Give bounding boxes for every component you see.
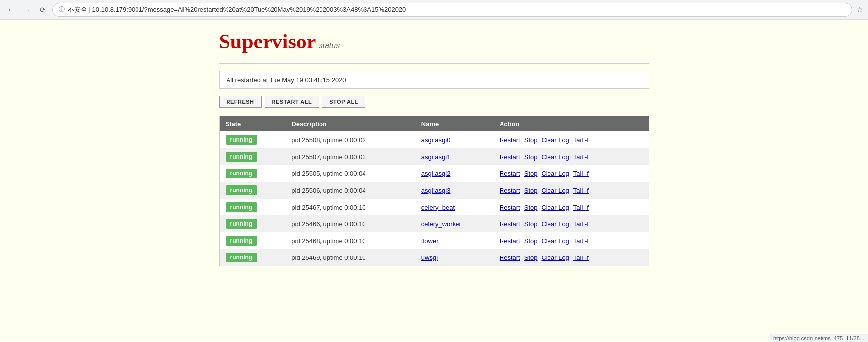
clear-log-link[interactable]: Clear Log — [541, 153, 569, 161]
tail--f-link[interactable]: Tail -f — [573, 204, 589, 211]
clear-log-link[interactable]: Clear Log — [541, 237, 569, 245]
restart-link[interactable]: Restart — [500, 237, 520, 245]
stop-link[interactable]: Stop — [524, 204, 538, 211]
process-table: State Description Name Action runningpid… — [219, 116, 649, 266]
message-box: All restarted at Tue May 19 03:48:15 202… — [219, 71, 649, 89]
tail--f-link[interactable]: Tail -f — [573, 170, 589, 177]
state-badge: running — [226, 135, 258, 145]
state-badge: running — [226, 236, 258, 246]
table-row: runningpid 25469, uptime 0:00:10uwsgiRes… — [219, 249, 649, 266]
name-cell: uwsgi — [415, 249, 494, 266]
process-name-link[interactable]: flower — [421, 237, 439, 245]
header-divider — [219, 63, 649, 64]
action-cell: RestartStopClear LogTail -f — [494, 232, 649, 249]
clear-log-link[interactable]: Clear Log — [541, 254, 569, 261]
stop-link[interactable]: Stop — [524, 153, 538, 161]
table-row: runningpid 25508, uptime 0:00:02asgi:asg… — [219, 131, 649, 148]
reload-button[interactable]: ⟳ — [37, 4, 48, 16]
description-cell: pid 25469, uptime 0:00:10 — [285, 249, 415, 266]
state-cell: running — [219, 148, 285, 165]
stop-link[interactable]: Stop — [524, 254, 538, 261]
restart-link[interactable]: Restart — [500, 220, 520, 228]
refresh-button[interactable]: REFRESH — [219, 96, 262, 108]
tail--f-link[interactable]: Tail -f — [573, 187, 589, 194]
state-cell: running — [219, 182, 285, 199]
action-cell: RestartStopClear LogTail -f — [494, 249, 649, 266]
col-description: Description — [285, 116, 415, 132]
action-buttons: REFRESH RESTART ALL STOP ALL — [219, 96, 649, 108]
table-row: runningpid 25507, uptime 0:00:03asgi:asg… — [219, 148, 649, 165]
state-cell: running — [219, 199, 285, 215]
process-name-link[interactable]: asgi:asgi0 — [421, 136, 451, 144]
browser-bar: ← → ⟳ ⓘ 不安全 | 10.10.8.179:9001/?message=… — [0, 0, 868, 20]
state-cell: running — [219, 131, 285, 148]
action-cell: RestartStopClear LogTail -f — [494, 199, 649, 215]
name-cell: asgi:asgi3 — [415, 182, 494, 199]
description-cell: pid 25467, uptime 0:00:10 — [285, 199, 415, 215]
name-cell: celery_beat — [415, 199, 494, 215]
security-icon: ⓘ — [59, 5, 65, 14]
clear-log-link[interactable]: Clear Log — [541, 204, 569, 211]
restart-link[interactable]: Restart — [500, 254, 520, 261]
process-name-link[interactable]: asgi:asgi1 — [421, 153, 451, 161]
stop-link[interactable]: Stop — [524, 187, 538, 194]
url-bar[interactable]: ⓘ 不安全 | 10.10.8.179:9001/?message=All%20… — [52, 3, 852, 17]
clear-log-link[interactable]: Clear Log — [541, 170, 569, 177]
restart-link[interactable]: Restart — [500, 187, 520, 194]
table-row: runningpid 25466, uptime 0:00:10celery_w… — [219, 215, 649, 232]
tail--f-link[interactable]: Tail -f — [573, 136, 589, 144]
process-name-link[interactable]: asgi:asgi3 — [421, 187, 451, 194]
forward-button[interactable]: → — [21, 4, 33, 16]
restart-link[interactable]: Restart — [500, 204, 520, 211]
state-badge: running — [226, 253, 258, 262]
action-cell: RestartStopClear LogTail -f — [494, 165, 649, 182]
name-cell: flower — [415, 232, 494, 249]
action-cell: RestartStopClear LogTail -f — [494, 182, 649, 199]
name-cell: asgi:asgi2 — [415, 165, 494, 182]
description-cell: pid 25468, uptime 0:00:10 — [285, 232, 415, 249]
col-state: State — [219, 116, 285, 132]
tail--f-link[interactable]: Tail -f — [573, 220, 589, 228]
description-cell: pid 25506, uptime 0:00:04 — [285, 182, 415, 199]
description-cell: pid 25466, uptime 0:00:10 — [285, 215, 415, 232]
page-content: Supervisor status All restarted at Tue M… — [0, 20, 868, 276]
state-badge: running — [226, 152, 258, 162]
restart-link[interactable]: Restart — [500, 170, 520, 177]
stop-link[interactable]: Stop — [524, 136, 538, 144]
table-header-row: State Description Name Action — [219, 116, 649, 132]
col-name: Name — [415, 116, 494, 132]
name-cell: asgi:asgi1 — [415, 148, 494, 165]
app-header: Supervisor status — [219, 30, 649, 53]
stop-link[interactable]: Stop — [524, 237, 538, 245]
url-text: 不安全 | 10.10.8.179:9001/?message=All%20re… — [68, 5, 406, 14]
clear-log-link[interactable]: Clear Log — [541, 136, 569, 144]
bookmark-icon[interactable]: ☆ — [856, 5, 863, 14]
stop-link[interactable]: Stop — [524, 220, 538, 228]
restart-all-button[interactable]: RESTART ALL — [265, 96, 320, 108]
table-row: runningpid 25468, uptime 0:00:10flowerRe… — [219, 232, 649, 249]
action-cell: RestartStopClear LogTail -f — [494, 131, 649, 148]
table-row: runningpid 25505, uptime 0:00:04asgi:asg… — [219, 165, 649, 182]
tail--f-link[interactable]: Tail -f — [573, 153, 589, 161]
process-name-link[interactable]: uwsgi — [421, 254, 438, 261]
process-name-link[interactable]: celery_beat — [421, 204, 455, 211]
process-name-link[interactable]: celery_worker — [421, 220, 461, 228]
tail--f-link[interactable]: Tail -f — [573, 254, 589, 261]
restart-link[interactable]: Restart — [500, 153, 520, 161]
state-badge: running — [226, 202, 258, 212]
restart-link[interactable]: Restart — [500, 136, 520, 144]
state-cell: running — [219, 249, 285, 266]
tail--f-link[interactable]: Tail -f — [573, 237, 589, 245]
clear-log-link[interactable]: Clear Log — [541, 187, 569, 194]
state-badge: running — [226, 219, 258, 229]
process-name-link[interactable]: asgi:asgi2 — [421, 170, 451, 177]
action-cell: RestartStopClear LogTail -f — [494, 215, 649, 232]
state-cell: running — [219, 215, 285, 232]
stop-link[interactable]: Stop — [524, 170, 538, 177]
description-cell: pid 25505, uptime 0:00:04 — [285, 165, 415, 182]
back-button[interactable]: ← — [5, 4, 17, 16]
clear-log-link[interactable]: Clear Log — [541, 220, 569, 228]
app-title: Supervisor — [219, 30, 316, 53]
state-badge: running — [226, 169, 258, 178]
stop-all-button[interactable]: STOP ALL — [322, 96, 365, 108]
